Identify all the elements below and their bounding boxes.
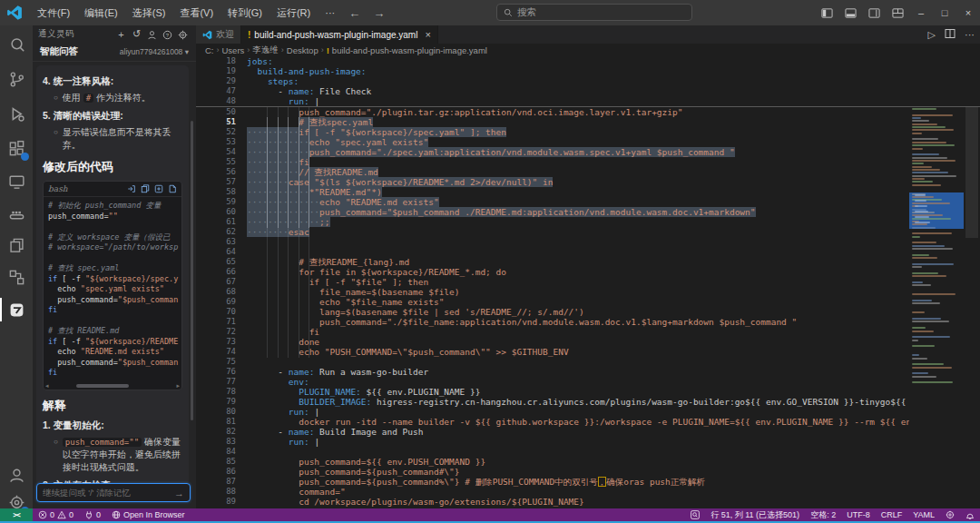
remote-indicator[interactable]: >< <box>0 508 33 521</box>
code-line-63: 63 <box>196 237 909 247</box>
close-button[interactable]: × <box>956 0 980 25</box>
breadcrumb-item[interactable]: Users <box>222 45 245 55</box>
scroll-left-icon[interactable]: ◂ <box>45 382 49 390</box>
notifications-bell-icon[interactable] <box>960 508 980 521</box>
code-heading: 修改后的代码 <box>43 159 182 175</box>
indentation-status[interactable]: 空格: 2 <box>805 508 841 521</box>
breadcrumb-item[interactable]: Desktop <box>287 45 318 55</box>
settings-icon[interactable] <box>175 29 191 40</box>
chat-list-a: 4. 统一注释风格:○使用 # 作为注释符。5. 清晰的错误处理:○显示错误信息… <box>43 75 182 152</box>
code-line-70: 70 lang=$(basename $file | sed 's/README… <box>196 307 909 317</box>
feedback-icon[interactable] <box>940 508 960 521</box>
search-icon[interactable] <box>0 29 33 60</box>
menu-item-5[interactable]: 运行(R) <box>270 0 318 25</box>
editor-pane[interactable]: 50 push_command="./plugin.tar.gz:applica… <box>196 56 980 508</box>
remote-explorer-icon[interactable] <box>0 166 33 197</box>
window-controls: – □ × <box>815 0 980 25</box>
open-in-browser-status[interactable]: Open In Browser <box>106 508 191 521</box>
code-line-81: 81 docker run -itd --name builder -v ${{… <box>196 417 909 427</box>
run-icon[interactable]: ▷ <box>928 29 936 41</box>
menu-item-0[interactable]: 文件(F) <box>30 0 77 25</box>
source-control-icon[interactable] <box>0 64 33 94</box>
toggle-secondary-sidebar-icon[interactable] <box>862 0 886 25</box>
zoom-indicator[interactable] <box>685 508 705 521</box>
toggle-primary-sidebar-icon[interactable] <box>815 0 838 25</box>
menu-item-2[interactable]: 选择(S) <box>125 0 173 25</box>
chat-input-box: → <box>36 483 191 502</box>
breadcrumb-item[interactable]: 李逸维 <box>252 44 279 56</box>
copy-icon[interactable] <box>141 184 150 193</box>
editor-tab-yaml-file[interactable]: !build-and-push-wasm-plugin-image.yaml× <box>241 25 438 44</box>
problems-status[interactable]: 0 0 <box>33 508 79 521</box>
scroll-right-icon[interactable]: ▸ <box>176 382 180 390</box>
new-file-icon[interactable] <box>168 184 177 193</box>
references-icon[interactable] <box>0 262 33 292</box>
activity-bar <box>0 25 33 508</box>
chat-input[interactable] <box>43 488 174 498</box>
docker-icon[interactable] <box>0 198 33 229</box>
toggle-panel-icon[interactable] <box>838 0 862 25</box>
insert-into-editor-icon[interactable] <box>127 184 136 193</box>
add-file-icon[interactable] <box>154 184 163 193</box>
plug-icon <box>84 510 93 519</box>
code-line-73: 73 done <box>196 337 909 347</box>
code-line-83: 83 run: | <box>196 437 909 447</box>
code-block-hscrollbar[interactable]: ◂ ▸ <box>44 382 181 390</box>
code-line-61: 61··············;; <box>196 217 909 227</box>
command-center-search[interactable]: 搜索 <box>496 4 692 21</box>
send-icon[interactable]: → <box>174 488 184 498</box>
customize-layout-icon[interactable] <box>886 0 909 25</box>
extensions-badge <box>21 153 29 161</box>
menu-more[interactable]: ··· <box>318 0 342 25</box>
code-line-29: 29 steps: <box>196 76 980 86</box>
forward-icon[interactable]: → <box>367 6 391 20</box>
split-editor-icon[interactable] <box>945 28 956 41</box>
cursor-position-status[interactable]: 行 51, 列 11 (已选择501) <box>705 508 805 521</box>
copies-icon[interactable] <box>0 230 33 261</box>
minimize-button[interactable]: – <box>909 0 933 25</box>
person-feedback-icon[interactable] <box>144 29 160 40</box>
eol-status[interactable]: CRLF <box>876 508 908 521</box>
ports-status[interactable]: 0 <box>79 508 106 521</box>
code-line-69: 69 echo "$file_name exists" <box>196 297 909 307</box>
more-actions-icon[interactable]: ··· <box>965 29 975 40</box>
account-selector[interactable]: aliyun7794261008 ▾ <box>120 47 189 56</box>
tab-smart-qa[interactable]: 智能问答 <box>40 45 120 58</box>
code-line-82: 82 - name: Build Image and Push <box>196 427 909 437</box>
tab-label: build-and-push-wasm-plugin-image.yaml <box>254 30 417 40</box>
inline-code-chip: # <box>83 94 93 103</box>
account-icon[interactable] <box>0 459 33 490</box>
editor-actions: ▷ ··· <box>928 25 975 44</box>
breadcrumb-item[interactable]: C: <box>205 45 214 55</box>
encoding-status[interactable]: UTF-8 <box>841 508 876 521</box>
menu-item-1[interactable]: 编辑(E) <box>77 0 125 25</box>
help-icon[interactable]: ? <box>160 29 175 40</box>
language-mode-status[interactable]: YAML <box>907 508 940 521</box>
editor-scrollbar[interactable] <box>964 56 980 508</box>
close-icon[interactable]: × <box>425 29 430 40</box>
breadcrumb[interactable]: C:›Users›李逸维›Desktop›!build-and-push-was… <box>196 44 980 56</box>
chat-code-line: fi <box>48 305 177 316</box>
code-line-18: 18jobs: <box>196 56 980 66</box>
tongyi-lingma-icon[interactable] <box>0 294 33 325</box>
menu-item-4[interactable]: 转到(G) <box>220 0 270 25</box>
history-icon[interactable]: ↺ <box>129 28 144 40</box>
panel-header: 通义灵码 + ↺ ? <box>33 25 196 43</box>
menu-item-3[interactable]: 查看(V) <box>172 0 220 25</box>
minimap[interactable] <box>909 56 964 508</box>
run-debug-icon[interactable] <box>0 98 33 129</box>
add-icon[interactable]: + <box>113 29 129 40</box>
maximize-button[interactable]: □ <box>933 0 956 25</box>
chat-code-line: fi <box>48 368 177 379</box>
tab-label: 欢迎 <box>216 28 234 41</box>
breadcrumb-file[interactable]: build-and-push-wasm-plugin-image.yaml <box>332 45 487 55</box>
editor-tab-welcome[interactable]: 欢迎 <box>196 25 241 44</box>
error-icon <box>38 510 47 519</box>
sidebar-scrollbar[interactable] <box>191 121 193 420</box>
back-icon[interactable]: ← <box>342 6 367 20</box>
chat-code-line <box>48 253 177 264</box>
chat-code-line: echo "spec.yaml exists" <box>48 284 177 295</box>
code-line-75: 75 <box>196 357 909 367</box>
search-icon <box>504 8 513 17</box>
extensions-icon[interactable] <box>0 133 33 163</box>
